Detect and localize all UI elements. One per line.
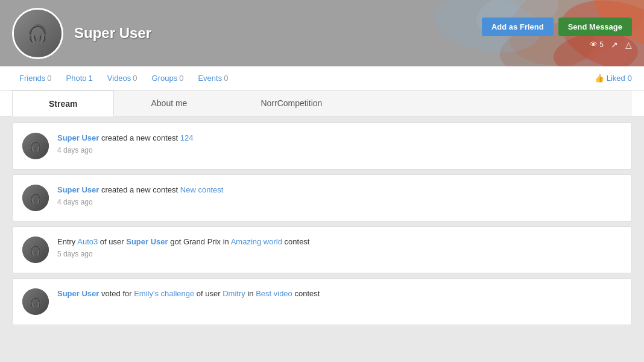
challenge-link[interactable]: Emily's challenge xyxy=(134,289,194,298)
tabs-container: Stream About me NorrCompetition xyxy=(0,91,644,116)
eye-icon: 👁 xyxy=(590,40,598,49)
stream-text: Entry Auto3 of user Super User got Grand… xyxy=(57,237,622,247)
tab-about[interactable]: About me xyxy=(114,91,224,116)
contest-link[interactable]: Best video xyxy=(256,289,292,298)
contest-link[interactable]: New contest xyxy=(180,185,224,194)
avatar: 🎧 xyxy=(12,8,63,59)
entry-link[interactable]: Auto3 xyxy=(77,237,98,246)
flag-button[interactable]: △ xyxy=(625,40,632,49)
profile-actions: Add as Friend Send Message 👁 5 ↗ △ xyxy=(482,17,632,49)
contest-link[interactable]: Amazing world xyxy=(231,237,282,246)
stream-time: 4 days ago xyxy=(57,198,622,206)
stream-content: Super User created a new contest 124 4 d… xyxy=(57,133,622,154)
stream-item: 🎧 Super User created a new contest 124 4… xyxy=(12,122,632,170)
profile-icon-row: 👁 5 ↗ △ xyxy=(590,40,632,49)
user-link[interactable]: Super User xyxy=(126,237,168,246)
nav-bar: Friends 0 Photo 1 Videos 0 Groups 0 Even… xyxy=(0,66,644,91)
stream-item: 🎧 Super User created a new contest New c… xyxy=(12,174,632,221)
nav-friends[interactable]: Friends 0 xyxy=(12,68,59,89)
stream-text: Super User created a new contest 124 xyxy=(57,133,622,144)
nav-liked[interactable]: 👍 Liked 0 xyxy=(595,74,632,83)
user-link[interactable]: Super User xyxy=(57,185,99,194)
thumb-up-icon: 👍 xyxy=(595,74,604,83)
stream-item: 🎧 Entry Auto3 of user Super User got Gra… xyxy=(12,226,632,273)
avatar: 🎧 xyxy=(22,133,49,159)
share-icon: ↗ xyxy=(611,40,618,49)
stream-content: Super User created a new contest New con… xyxy=(57,185,622,206)
nav-links: Friends 0 Photo 1 Videos 0 Groups 0 Even… xyxy=(12,68,595,89)
avatar: 🎧 xyxy=(22,237,49,263)
stream-time: 4 days ago xyxy=(57,146,622,154)
avatar: 🎧 xyxy=(22,185,49,211)
profile-banner: 🎧 Super User Add as Friend Send Message … xyxy=(0,0,644,66)
tab-stream[interactable]: Stream xyxy=(12,91,114,116)
action-buttons: Add as Friend Send Message xyxy=(482,17,632,36)
stream-text: Super User created a new contest New con… xyxy=(57,185,622,195)
avatar-face: 🎧 xyxy=(14,10,62,57)
user-link[interactable]: Super User xyxy=(57,289,99,298)
user2-link[interactable]: Dmitry xyxy=(223,289,245,298)
nav-photo[interactable]: Photo 1 xyxy=(59,68,100,89)
avatar: 🎧 xyxy=(22,288,49,315)
tab-norr[interactable]: NorrCompetition xyxy=(224,91,359,116)
tabs-row: Stream About me NorrCompetition xyxy=(12,91,632,116)
views-count[interactable]: 👁 5 xyxy=(590,40,604,49)
nav-groups[interactable]: Groups 0 xyxy=(145,68,191,89)
target-link[interactable]: 124 xyxy=(180,133,194,142)
send-message-button[interactable]: Send Message xyxy=(558,17,632,36)
stream-time: 5 days ago xyxy=(57,250,622,258)
stream-content: Entry Auto3 of user Super User got Grand… xyxy=(57,237,622,258)
flag-icon: △ xyxy=(625,40,632,49)
user-link[interactable]: Super User xyxy=(57,133,99,142)
add-friend-button[interactable]: Add as Friend xyxy=(482,17,554,36)
stream-content: Super User voted for Emily's challenge o… xyxy=(57,288,622,302)
stream-item: 🎧 Super User voted for Emily's challenge… xyxy=(12,278,632,325)
nav-events[interactable]: Events 0 xyxy=(191,68,235,89)
share-button[interactable]: ↗ xyxy=(611,40,618,49)
stream-text: Super User voted for Emily's challenge o… xyxy=(57,288,622,299)
nav-videos[interactable]: Videos 0 xyxy=(100,68,145,89)
content-area: 🎧 Super User created a new contest 124 4… xyxy=(0,116,644,336)
